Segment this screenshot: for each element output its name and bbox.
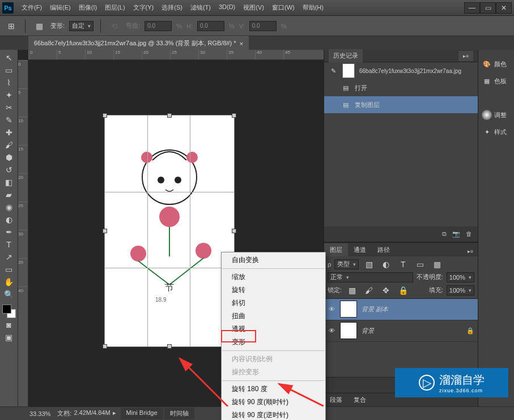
tab-timeline[interactable]: 时间轴 — [164, 408, 194, 419]
transform-bounding-box[interactable] — [104, 115, 235, 347]
fill-input[interactable]: 100% — [447, 285, 474, 295]
filter-adjust-icon[interactable]: ◐ — [379, 259, 393, 270]
v-input[interactable] — [249, 21, 277, 31]
menu-3d[interactable]: 3D(D) — [215, 1, 239, 14]
warp-preset-select[interactable]: 自定 — [69, 21, 94, 31]
menu-filter[interactable]: 滤镜(T) — [187, 1, 214, 14]
close-button[interactable]: ✕ — [496, 2, 512, 14]
strip-adjust[interactable]: 调整 — [478, 106, 514, 123]
filter-smart-icon[interactable]: ▦ — [430, 259, 444, 270]
grid-icon[interactable]: ▦ — [32, 20, 46, 32]
history-state-dup-layer[interactable]: ▤ 复制图层 — [324, 96, 478, 113]
foreground-background-colors[interactable] — [2, 305, 16, 318]
tab-paths[interactable]: 路径 — [372, 243, 396, 256]
new-doc-icon[interactable]: ⧉ — [442, 230, 447, 238]
layer-thumbnail[interactable] — [340, 322, 357, 339]
lasso-tool[interactable]: ⌇ — [2, 77, 16, 88]
minimize-button[interactable]: — — [464, 2, 480, 14]
zoom-tool[interactable]: 🔍 — [2, 289, 16, 300]
transform-handle[interactable] — [232, 229, 236, 233]
eraser-tool[interactable]: ◧ — [2, 177, 16, 188]
blend-mode-select[interactable]: 正常 — [328, 272, 413, 282]
layer-thumbnail[interactable] — [340, 301, 357, 318]
pen-tool[interactable]: ✒ — [2, 226, 16, 238]
menu-view[interactable]: 视图(V) — [240, 1, 267, 14]
eyedropper-tool[interactable]: ✎ — [2, 114, 16, 126]
strip-swatches[interactable]: ▦色板 — [478, 72, 514, 89]
ctx-distort[interactable]: 扭曲 — [222, 310, 325, 323]
stamp-tool[interactable]: ⬢ — [2, 152, 16, 163]
snapshot-icon[interactable]: 📷 — [452, 230, 460, 238]
blur-tool[interactable]: ◉ — [2, 202, 16, 213]
screenmode-toggle[interactable]: ▣ — [2, 332, 16, 343]
maximize-button[interactable]: ▭ — [480, 2, 496, 14]
history-state-open[interactable]: ▤ 打开 — [324, 79, 478, 96]
ctx-free-transform[interactable]: 自由变换 — [222, 254, 325, 267]
tab-paragraph[interactable]: 段落 — [324, 393, 348, 406]
hand-tool[interactable]: ✋ — [2, 276, 16, 288]
lock-all-icon[interactable]: 🔒 — [396, 285, 410, 296]
menu-type[interactable]: 文字(Y) — [130, 1, 158, 14]
lock-pixels-icon[interactable]: 🖌 — [362, 285, 376, 296]
transform-icon[interactable]: ⊞ — [5, 20, 18, 32]
layer-row[interactable]: 👁 背景 🔒 — [324, 320, 478, 342]
menu-image[interactable]: 图像(I) — [75, 1, 100, 14]
layer-filter-select[interactable]: 类型 — [334, 259, 359, 269]
history-tab[interactable]: 历史记录 — [329, 49, 363, 62]
ctx-rot90ccw[interactable]: 旋转 90 度(逆时针) — [222, 409, 325, 420]
filter-shape-icon[interactable]: ▭ — [413, 259, 427, 270]
strip-color[interactable]: 🎨颜色 — [478, 55, 514, 72]
menu-help[interactable]: 帮助(H) — [299, 1, 327, 14]
wand-tool[interactable]: ✦ — [2, 89, 16, 101]
marquee-tool[interactable]: ▭ — [2, 65, 16, 76]
gradient-tool[interactable]: ▰ — [2, 189, 16, 200]
layer-name[interactable]: 背景 副本 — [362, 305, 474, 314]
lock-position-icon[interactable]: ✥ — [379, 285, 393, 296]
quickmask-toggle[interactable]: ◙ — [2, 319, 16, 331]
menu-layer[interactable]: 图层(L) — [101, 1, 128, 14]
ctx-rot90cw[interactable]: 旋转 90 度(顺时针) — [222, 396, 325, 409]
document-tab-close[interactable]: × — [240, 40, 243, 47]
doc-info-dropdown-icon[interactable]: ▸ — [113, 409, 116, 418]
transform-handle[interactable] — [103, 113, 107, 118]
transform-handle[interactable] — [232, 113, 236, 118]
path-tool[interactable]: ↗ — [2, 251, 16, 263]
dodge-tool[interactable]: ◐ — [2, 214, 16, 225]
history-snapshot[interactable]: ✎ 66ba8c7ely1fuxw3t3o3jj21mx2wr7aa.jpg — [324, 62, 478, 79]
crop-tool[interactable]: ✂ — [2, 102, 16, 113]
shape-tool[interactable]: ▭ — [2, 264, 16, 275]
tab-duplicate[interactable]: 复合 — [348, 393, 372, 406]
foreground-color-swatch[interactable] — [2, 305, 11, 314]
visibility-toggle-icon[interactable]: 👁 — [328, 305, 335, 313]
panel-menu-icon[interactable]: ▸≡ — [458, 51, 473, 61]
history-brush-tool[interactable]: ↺ — [2, 164, 16, 175]
orientation-icon[interactable]: ⟲ — [108, 20, 121, 32]
transform-handle[interactable] — [167, 113, 172, 118]
opacity-input[interactable]: 100% — [447, 272, 474, 282]
lock-transparent-icon[interactable]: ▩ — [345, 285, 359, 296]
h-input[interactable] — [197, 21, 224, 31]
zoom-level[interactable]: 33.33% — [29, 410, 50, 417]
panel-menu-icon[interactable]: ▸≡ — [463, 246, 478, 256]
transform-handle[interactable] — [103, 229, 107, 233]
filter-pixel-icon[interactable]: ▧ — [362, 259, 376, 270]
transform-handle[interactable] — [103, 344, 107, 349]
ctx-warp[interactable]: 变形 — [222, 336, 325, 349]
history-panel-header[interactable]: 历史记录 ▸≡ — [324, 50, 478, 62]
brush-tool[interactable]: 🖌 — [2, 139, 16, 151]
ctx-rotate[interactable]: 旋转 — [222, 284, 325, 297]
trash-icon[interactable]: 🗑 — [466, 230, 472, 237]
tab-mini-bridge[interactable]: Mini Bridge — [121, 408, 163, 419]
ctx-perspective[interactable]: 透视 — [222, 323, 325, 336]
document-tab[interactable]: 66ba8c7ely1fuxw3t3o3jj21mx2wr7aa.jpg @ 3… — [28, 36, 249, 50]
type-tool[interactable]: T — [2, 239, 16, 250]
move-tool[interactable]: ↖ — [2, 52, 16, 63]
layer-name[interactable]: 背景 — [362, 327, 462, 335]
heal-tool[interactable]: ✚ — [2, 127, 16, 138]
layer-row[interactable]: 👁 背景 副本 — [324, 299, 478, 320]
menu-select[interactable]: 选择(S) — [158, 1, 186, 14]
filter-type-icon[interactable]: T — [396, 259, 410, 270]
bend-input[interactable] — [145, 21, 172, 31]
ctx-scale[interactable]: 缩放 — [222, 271, 325, 284]
ctx-rot180[interactable]: 旋转 180 度 — [222, 383, 325, 396]
